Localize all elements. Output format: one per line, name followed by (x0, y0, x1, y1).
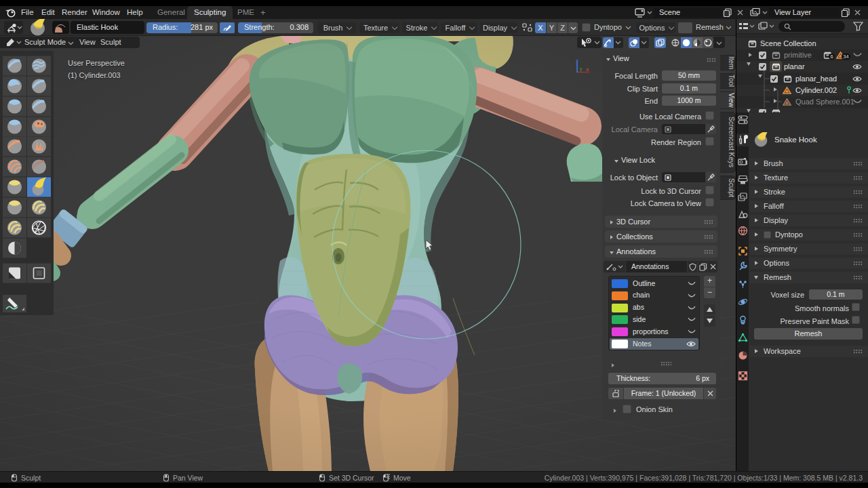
svg-text:y: y (580, 66, 583, 72)
svg-text:z: z (576, 58, 578, 64)
svg-text:x: x (586, 66, 589, 73)
